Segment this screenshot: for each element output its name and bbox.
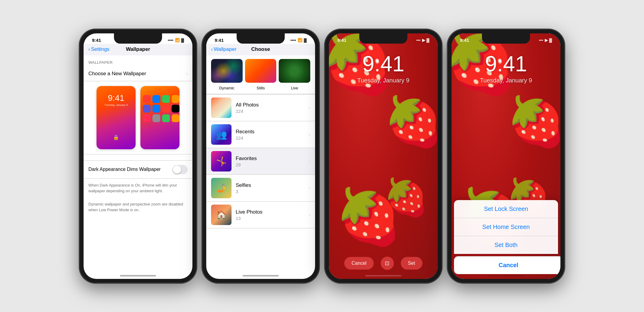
phone-set-wallpaper: 9:41 ▪▪▪ ▶ ▓ 9:41 Tuesday, January 9 Set… bbox=[447, 29, 565, 283]
recents-thumb bbox=[211, 124, 232, 145]
stills-label: Stills bbox=[256, 86, 265, 90]
section-label-wallpaper: WALLPAPER bbox=[84, 55, 192, 66]
back-label-2: Wallpaper bbox=[214, 46, 237, 52]
album-all-photos[interactable]: All Photos 224 › bbox=[206, 94, 315, 121]
perspective-icon: ⊡ bbox=[385, 260, 389, 267]
perspective-toggle-button[interactable]: ⊡ bbox=[381, 257, 394, 270]
mini-icon-camera bbox=[172, 95, 179, 103]
lock-icon-thumb: 🔒 bbox=[113, 134, 119, 140]
category-stills[interactable]: Stills bbox=[245, 59, 277, 91]
recents-count: 224 bbox=[236, 135, 305, 141]
phone-wallpaper-settings: 9:41 ▪▪▪▪ 📶 ▓ ‹ Settings Wallpaper WALLP… bbox=[79, 29, 197, 283]
mini-icon-health bbox=[143, 114, 151, 122]
notch-2 bbox=[237, 33, 285, 44]
all-photos-info: All Photos 224 bbox=[236, 102, 305, 114]
description-1: When Dark Appearance is On, iPhone will … bbox=[84, 179, 192, 198]
recents-chevron: › bbox=[309, 132, 310, 137]
status-icons-2: ▪▪▪▪ 📶 ▓ bbox=[290, 38, 307, 42]
photo-albums-list: All Photos 224 › Recents 224 › bbox=[206, 94, 315, 228]
choose-wallpaper-label: Choose a New Wallpaper bbox=[88, 71, 146, 77]
phone-choose-wallpaper: 9:41 ▪▪▪▪ 📶 ▓ ‹ Wallpaper Choose Dynamic bbox=[202, 29, 319, 283]
cancel-button-3[interactable]: Cancel bbox=[344, 257, 374, 270]
all-photos-name: All Photos bbox=[236, 102, 305, 108]
category-dynamic[interactable]: Dynamic bbox=[211, 59, 243, 91]
cancel-button-4[interactable]: Cancel bbox=[454, 256, 560, 274]
live-photos-info: Live Photos 13 bbox=[236, 209, 305, 221]
status-time-3: 9:41 bbox=[337, 38, 346, 43]
album-live-photos[interactable]: Live Photos 13 › bbox=[206, 202, 315, 228]
home-bar-2 bbox=[243, 275, 279, 276]
set-both-button[interactable]: Set Both bbox=[454, 236, 558, 254]
status-icons-3: ▪▪▪ ▶ ▓ bbox=[416, 38, 429, 42]
home-screen-thumb[interactable] bbox=[140, 86, 179, 149]
status-icons-4: ▪▪▪ ▶ ▓ bbox=[539, 38, 552, 42]
live-photos-count: 13 bbox=[236, 216, 305, 221]
status-time-4: 9:41 bbox=[460, 38, 469, 43]
lock-screen-preview: 9:41 Tuesday, January 9 🔒 bbox=[97, 86, 136, 149]
album-favorites[interactable]: Favorites 29 › bbox=[206, 148, 315, 175]
dark-appearance-toggle[interactable] bbox=[172, 165, 188, 174]
dark-appearance-row: Dark Appearance Dims Wallpaper bbox=[84, 160, 192, 179]
set-home-screen-button[interactable]: Set Home Screen bbox=[454, 218, 558, 236]
live-photos-name: Live Photos bbox=[236, 209, 305, 215]
mini-icon-reminders bbox=[172, 114, 179, 122]
back-label-1: Settings bbox=[91, 46, 109, 52]
wallpaper-preview: 9:41 Tuesday, January 9 🔒 bbox=[84, 81, 192, 154]
selfies-count: 3 bbox=[236, 189, 305, 194]
dynamic-label: Dynamic bbox=[219, 86, 235, 90]
phone1-screen: 9:41 ▪▪▪▪ 📶 ▓ ‹ Settings Wallpaper WALLP… bbox=[84, 33, 192, 279]
back-chevron-1: ‹ bbox=[88, 46, 90, 52]
lock-screen-date-4: Tuesday, January 9 bbox=[452, 77, 560, 84]
dark-appearance-label: Dark Appearance Dims Wallpaper bbox=[88, 167, 161, 172]
nav-bar-2: ‹ Wallpaper Choose bbox=[206, 44, 315, 55]
back-chevron-2: ‹ bbox=[211, 46, 213, 52]
nav-title-2: Choose bbox=[251, 46, 270, 52]
home-screen-preview bbox=[140, 86, 179, 149]
notch-3 bbox=[359, 33, 407, 44]
selfies-chevron: › bbox=[309, 186, 310, 190]
mini-icon-appstore bbox=[162, 105, 170, 113]
dynamic-preview bbox=[211, 59, 243, 83]
status-time-1: 9:41 bbox=[92, 38, 101, 43]
lock-screen-time: 9:41 bbox=[329, 53, 438, 75]
nav-bar-1: ‹ Settings Wallpaper bbox=[84, 44, 192, 55]
selfies-name: Selfies bbox=[236, 182, 305, 188]
phones-container: 9:41 ▪▪▪▪ 📶 ▓ ‹ Settings Wallpaper WALLP… bbox=[79, 29, 565, 283]
phone2-screen: 9:41 ▪▪▪▪ 📶 ▓ ‹ Wallpaper Choose Dynamic bbox=[206, 33, 315, 279]
mini-icon-appletv bbox=[172, 105, 179, 113]
set-lock-screen-button[interactable]: Set Lock Screen bbox=[454, 200, 558, 218]
lock-screen-time-4: 9:41 bbox=[452, 53, 560, 75]
signal-icon-3: ▪▪▪ bbox=[416, 38, 421, 42]
notch bbox=[114, 33, 162, 44]
favorites-thumb bbox=[211, 151, 232, 171]
choose-wallpaper-row[interactable]: Choose a New Wallpaper › bbox=[84, 66, 192, 81]
set-options-sheet: Set Lock Screen Set Home Screen Set Both bbox=[454, 200, 558, 254]
album-recents[interactable]: Recents 224 › bbox=[206, 121, 315, 148]
back-button-1[interactable]: ‹ Settings bbox=[88, 46, 109, 52]
wallpaper-categories: Dynamic Stills Live bbox=[206, 55, 315, 94]
favorites-info: Favorites 29 bbox=[236, 156, 305, 167]
set-button-3[interactable]: Set bbox=[401, 257, 422, 270]
favorites-chevron: › bbox=[309, 159, 310, 164]
lock-screen-date: Tuesday, January 9 bbox=[329, 77, 438, 84]
mini-icon-news bbox=[152, 114, 160, 122]
lock-screen-thumb[interactable]: 9:41 Tuesday, January 9 🔒 bbox=[97, 86, 136, 149]
mini-icon-maps bbox=[152, 105, 160, 113]
status-time-2: 9:41 bbox=[215, 38, 224, 43]
wifi-icon-4: ▶ bbox=[545, 38, 548, 42]
mini-icon-contacts bbox=[162, 114, 170, 122]
live-photos-chevron: › bbox=[309, 212, 310, 217]
selfies-info: Selfies 3 bbox=[236, 182, 305, 194]
album-selfies[interactable]: Selfies 3 › bbox=[206, 175, 315, 202]
home-bar-1 bbox=[120, 275, 156, 276]
live-photos-thumb bbox=[211, 205, 232, 225]
mini-icon-phone bbox=[162, 95, 170, 103]
signal-icon-1: ▪▪▪▪ bbox=[168, 38, 173, 42]
live-label: Live bbox=[291, 86, 298, 90]
category-live[interactable]: Live bbox=[279, 59, 310, 91]
wifi-icon-2: 📶 bbox=[298, 38, 302, 42]
phone-lock-screen-preview: 9:41 ▪▪▪ ▶ ▓ 9:41 Tuesday, January 9 Can… bbox=[325, 29, 442, 283]
back-button-2[interactable]: ‹ Wallpaper bbox=[211, 46, 237, 52]
mini-icon-settings bbox=[143, 105, 151, 113]
notch-4 bbox=[482, 33, 530, 44]
